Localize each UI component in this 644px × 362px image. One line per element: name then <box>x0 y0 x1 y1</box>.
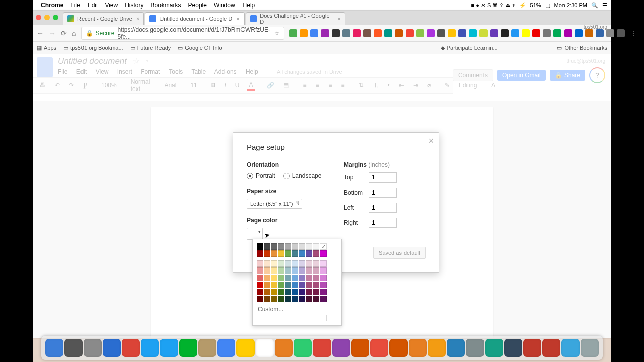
custom-color-slot[interactable] <box>299 315 305 321</box>
control-center-icon[interactable]: ☰ <box>602 2 607 9</box>
color-swatch[interactable] <box>306 243 312 250</box>
extension-icon[interactable] <box>501 29 509 37</box>
search-icon[interactable]: 🔍 <box>591 2 598 9</box>
dock-app-icon[interactable] <box>332 339 350 357</box>
dock-app-icon[interactable] <box>409 339 427 357</box>
color-swatch[interactable] <box>285 267 291 274</box>
color-swatch[interactable] <box>299 260 305 267</box>
color-swatch[interactable] <box>292 289 298 295</box>
custom-color-slot[interactable] <box>257 315 263 321</box>
color-swatch[interactable] <box>292 282 298 288</box>
color-swatch[interactable] <box>271 282 277 288</box>
color-swatch[interactable] <box>299 250 305 257</box>
extension-icon[interactable] <box>416 29 424 37</box>
bookmark-item[interactable]: ◆ Participate Learnin... <box>441 45 498 51</box>
extension-icon[interactable] <box>511 29 519 37</box>
extension-icon[interactable] <box>395 29 403 37</box>
color-swatch[interactable] <box>271 250 277 257</box>
color-swatch[interactable] <box>299 289 305 295</box>
custom-color-label[interactable]: Custom... <box>257 303 337 315</box>
dock-app-icon[interactable] <box>217 339 235 357</box>
color-swatch[interactable] <box>257 243 263 250</box>
color-swatch[interactable] <box>320 250 327 257</box>
color-swatch[interactable]: ✓ <box>320 243 327 250</box>
bookmark-item[interactable]: ▭ tps501.org Bookma... <box>63 45 123 51</box>
dock-app-icon[interactable] <box>160 339 178 357</box>
extension-icon[interactable] <box>606 29 614 37</box>
color-swatch[interactable] <box>285 243 291 250</box>
custom-color-slot[interactable] <box>313 315 319 321</box>
margin-bottom-input[interactable] <box>369 188 397 198</box>
color-swatch[interactable] <box>264 289 270 295</box>
menu-people[interactable]: People <box>188 2 207 9</box>
dock-app-icon[interactable] <box>198 339 216 357</box>
color-swatch[interactable] <box>278 275 284 281</box>
dock-app-icon[interactable] <box>122 339 140 357</box>
color-swatch[interactable] <box>313 260 319 267</box>
color-swatch[interactable] <box>313 250 319 257</box>
color-swatch[interactable] <box>299 275 305 281</box>
color-swatch[interactable] <box>292 250 298 257</box>
color-swatch[interactable] <box>264 267 270 274</box>
color-swatch[interactable] <box>285 275 291 281</box>
color-swatch[interactable] <box>278 243 284 250</box>
color-swatch[interactable] <box>320 260 327 267</box>
extension-icon[interactable] <box>596 29 604 37</box>
margin-right-input[interactable] <box>369 218 397 228</box>
extension-icon[interactable] <box>342 29 350 37</box>
color-swatch[interactable] <box>299 267 305 274</box>
forward-icon[interactable]: → <box>49 29 56 37</box>
tab-untitled-doc[interactable]: Untitled document - Google D × <box>145 12 244 25</box>
tab-drive[interactable]: Recent - Google Drive × <box>63 12 144 25</box>
color-swatch[interactable] <box>257 296 263 302</box>
color-swatch[interactable] <box>313 296 319 302</box>
extension-icon[interactable] <box>564 29 572 37</box>
color-swatch[interactable] <box>278 250 284 257</box>
dock-app-icon[interactable] <box>523 339 541 357</box>
other-bookmarks[interactable]: ▭ Other Bookmarks <box>557 45 607 51</box>
dock-app-icon[interactable] <box>485 339 503 357</box>
dock-app-icon[interactable] <box>581 339 599 357</box>
color-swatch[interactable] <box>257 275 263 281</box>
color-swatch[interactable] <box>292 267 298 274</box>
color-swatch[interactable] <box>285 250 291 257</box>
close-icon[interactable]: × <box>337 16 340 22</box>
close-icon[interactable]: × <box>136 16 139 22</box>
bookmark-item[interactable]: ▭ Future Ready <box>130 45 171 51</box>
color-swatch[interactable] <box>313 282 319 288</box>
color-swatch[interactable] <box>271 260 277 267</box>
color-swatch[interactable] <box>257 267 263 274</box>
dock-app-icon[interactable] <box>389 339 408 357</box>
color-swatch[interactable] <box>271 267 277 274</box>
extension-icon[interactable] <box>469 29 477 37</box>
dock-app-icon[interactable] <box>84 339 102 357</box>
color-swatch[interactable] <box>306 296 312 302</box>
extension-icon[interactable] <box>384 29 392 37</box>
color-swatch[interactable] <box>313 275 319 281</box>
color-swatch[interactable] <box>278 267 284 274</box>
color-swatch[interactable] <box>278 289 284 295</box>
extension-icon[interactable] <box>575 29 583 37</box>
star-icon[interactable]: ☆ <box>274 30 280 37</box>
dock-app-icon[interactable] <box>236 339 255 357</box>
extension-icon[interactable] <box>310 29 318 37</box>
dock-app-icon[interactable] <box>466 339 484 357</box>
page-color-button[interactable] <box>247 228 263 240</box>
close-window-icon[interactable] <box>36 15 41 20</box>
dock-app-icon[interactable] <box>294 339 312 357</box>
extension-icon[interactable] <box>374 29 382 37</box>
color-swatch[interactable] <box>264 275 270 281</box>
dock-app-icon[interactable] <box>313 339 331 357</box>
extension-icon[interactable] <box>437 29 445 37</box>
maximize-window-icon[interactable] <box>53 15 58 20</box>
color-swatch[interactable] <box>257 250 263 257</box>
extension-icon[interactable] <box>543 29 551 37</box>
color-swatch[interactable] <box>264 296 270 302</box>
menu-view[interactable]: View <box>105 2 118 9</box>
landscape-radio[interactable]: Landscape <box>283 172 322 179</box>
dock-app-icon[interactable] <box>447 339 465 357</box>
menu-window[interactable]: Window <box>214 2 235 9</box>
color-swatch[interactable] <box>299 296 305 302</box>
extension-icon[interactable] <box>553 29 561 37</box>
extension-icon[interactable] <box>332 29 340 37</box>
